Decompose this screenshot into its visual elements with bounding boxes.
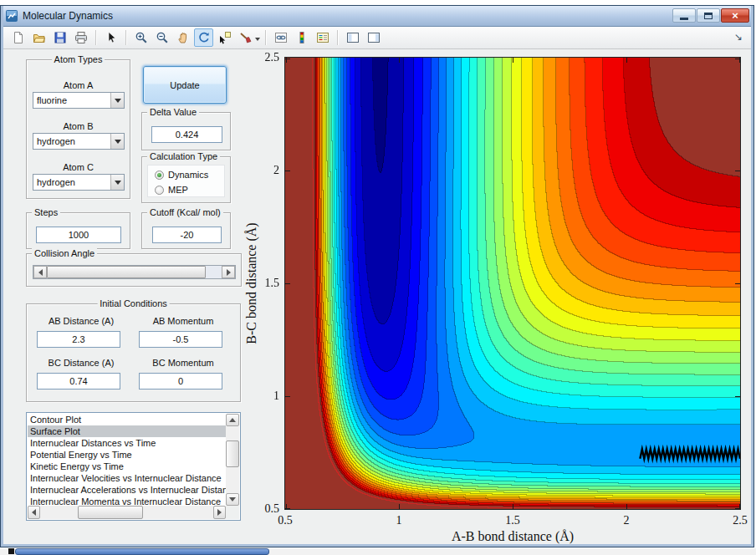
brush-dropdown-icon[interactable] [255,38,260,43]
steps-field[interactable]: 1000 [36,227,121,243]
chevron-down-icon [115,99,121,103]
slider-track[interactable] [206,266,222,278]
cutoff-panel: Cutoff (Kcal/ mol) -20 [141,212,231,249]
calculation-type-group: Dynamics MEP [147,165,225,197]
collision-angle-slider[interactable] [33,265,236,279]
atom-a-label: Atom A [27,80,130,90]
atom-c-dropdown[interactable]: hydrogen [33,174,125,191]
brush-button[interactable] [236,28,255,47]
listbox-horizontal-scrollbar[interactable] [28,506,226,519]
horizontal-scroll-thumb[interactable] [78,506,143,519]
dropdown-button[interactable] [110,175,124,190]
close-button[interactable]: × [721,8,749,23]
edit-plot-button[interactable] [101,28,120,47]
calculation-type-panel: Calculation Type Dynamics MEP [141,156,231,203]
x-axis-label: A-B bond distance (Å) [285,529,740,544]
list-item[interactable]: Contour Plot [28,414,226,425]
arrow-left-icon [32,509,36,516]
open-file-button[interactable] [29,28,49,47]
dock-figure-icon[interactable]: ↘ [734,31,743,43]
data-cursor-button[interactable] [215,28,234,47]
slider-thumb[interactable] [47,266,206,278]
insert-legend-button[interactable] [313,28,332,47]
slider-right-button[interactable] [222,266,235,278]
contour-plot-canvas[interactable] [285,58,740,509]
atom-c-value: hydrogen [33,175,110,190]
delta-value-field[interactable]: 0.424 [151,126,222,143]
pan-hand-icon [176,31,190,44]
scroll-left-button[interactable] [28,506,40,519]
dropdown-button[interactable] [110,93,124,108]
atom-b-dropdown[interactable]: hydrogen [33,133,125,150]
scroll-right-button[interactable] [213,506,226,519]
list-item[interactable]: Potential Energy vs Time [28,449,226,461]
steps-panel: Steps 1000 [26,212,130,249]
rotate-3d-icon [197,31,211,44]
zoom-out-button[interactable] [152,28,171,47]
insert-colorbar-button[interactable] [292,28,311,47]
scroll-down-button[interactable] [226,493,239,506]
cutoff-field[interactable]: -20 [152,227,222,243]
listbox-items: Contour Plot Surface Plot Internuclear D… [28,414,226,506]
show-plot-tools-button[interactable] [364,28,383,47]
maximize-button[interactable] [697,8,720,23]
slider-left-button[interactable] [33,266,47,278]
ab-momentum-field[interactable]: -0.5 [139,331,222,348]
scroll-up-button[interactable] [226,414,239,426]
x-tick-label: 2.5 [733,514,748,527]
ab-distance-value: 2.3 [72,334,84,344]
bc-distance-field[interactable]: 0.74 [37,373,120,390]
radio-selected-icon [155,171,164,180]
save-button[interactable] [50,28,69,47]
arrow-up-icon [229,418,236,422]
delta-value: 0.424 [176,130,199,140]
arrow-down-icon [229,497,236,502]
link-plot-button[interactable] [271,28,290,47]
dropdown-button[interactable] [110,134,124,149]
list-item[interactable]: Internuclear Distances vs Time [28,437,226,449]
minimize-button[interactable] [672,8,696,23]
x-tick-label: 1 [396,514,402,527]
link-plot-icon [274,31,288,44]
x-tick-label: 2 [624,514,630,527]
initial-conditions-title: Initial Conditions [97,298,170,309]
ab-distance-field[interactable]: 2.3 [37,331,120,348]
hide-plot-tools-button[interactable] [343,28,362,47]
listbox-vertical-scrollbar[interactable] [226,414,239,506]
vertical-scroll-thumb[interactable] [226,440,239,467]
figure-toolbar: ↘ [3,27,751,49]
zoom-in-button[interactable] [131,28,151,47]
atom-a-dropdown[interactable]: fluorine [33,92,125,109]
list-item[interactable]: Internuclear Momenta vs Internuclear Dis… [28,496,226,506]
rotate-3d-button[interactable] [194,28,213,47]
radio-mep[interactable]: MEP [155,185,188,195]
list-item[interactable]: Internuclear Accelerations vs Internucle… [28,484,226,496]
print-button[interactable] [71,28,90,47]
calculation-type-title: Calculation Type [147,151,220,162]
y-tick-label: 2.5 [265,51,280,64]
bc-distance-label: BC Distance (A) [33,358,129,368]
list-item[interactable]: Internuclear Velocities vs Internuclear … [28,472,226,484]
y-tick-label: 2 [273,164,279,177]
steps-value: 1000 [69,230,89,240]
maximize-icon [704,13,713,19]
toolbar-separator [265,30,266,45]
background-fragment-bar [15,548,269,555]
bc-momentum-field[interactable]: 0 [139,373,222,390]
atom-types-panel: Atom Types Atom A fluorine Atom B hydrog… [26,59,130,199]
toolbar-separator [337,30,338,45]
radio-dynamics[interactable]: Dynamics [155,170,208,180]
titlebar[interactable]: Molecular Dynamics × [1,6,753,27]
atom-types-title: Atom Types [52,54,105,65]
chevron-down-icon [115,181,121,185]
list-item-selected[interactable]: Surface Plot [28,425,226,437]
radio-mep-label: MEP [168,185,188,195]
colorbar-icon [295,31,309,44]
update-button[interactable]: Update [143,66,227,104]
new-file-button[interactable] [8,28,28,47]
list-item[interactable]: Kinetic Energy vs Time [28,461,226,472]
data-cursor-icon [218,31,232,44]
plot-type-listbox[interactable]: Contour Plot Surface Plot Internuclear D… [26,412,241,521]
pan-button[interactable] [173,28,192,47]
figure-window: Molecular Dynamics × ↘ Atom Types [0,5,754,547]
